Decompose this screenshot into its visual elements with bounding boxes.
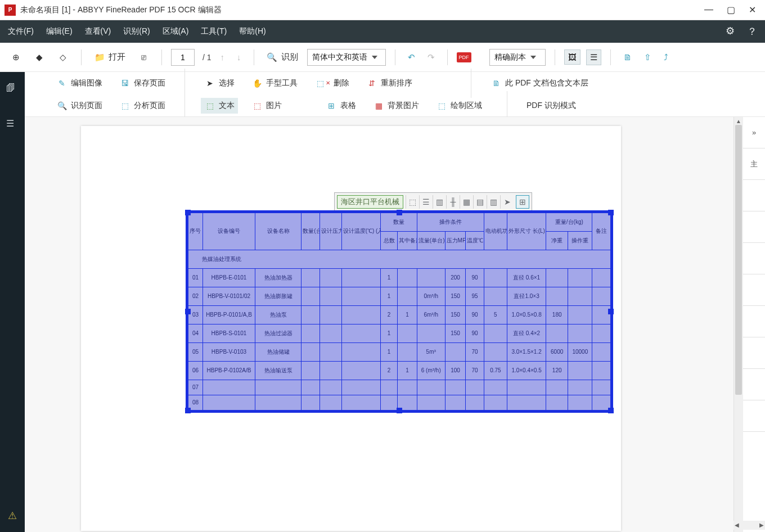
page-canvas[interactable]: 海区井口平台机械 ⬚ ☰ ▥ ╫ ▦ ▤ ▥ ➤ ⊞ bbox=[81, 126, 621, 531]
resize-handle[interactable] bbox=[397, 408, 402, 413]
page-down-button[interactable]: ↓ bbox=[233, 50, 245, 64]
chevron-down-icon bbox=[530, 56, 536, 59]
menu-edit[interactable]: 编辑(E) bbox=[46, 26, 73, 37]
menu-area[interactable]: 区域(A) bbox=[163, 26, 189, 37]
recognize-button[interactable]: 🔍识别 bbox=[263, 49, 302, 65]
table-cell bbox=[417, 268, 445, 287]
redo-button[interactable]: ↷ bbox=[424, 50, 438, 65]
bg-image-area-button[interactable]: ▦背景图片 bbox=[370, 98, 422, 114]
align-left-icon[interactable]: ⬚ bbox=[406, 195, 419, 209]
scroll-up-icon[interactable]: ▲ bbox=[735, 118, 742, 125]
resize-handle[interactable] bbox=[397, 210, 402, 215]
scrollbar-thumb[interactable] bbox=[735, 125, 742, 395]
language-combo[interactable]: 简体中文和英语 bbox=[307, 49, 386, 66]
table-cell bbox=[445, 380, 466, 395]
resize-handle[interactable] bbox=[185, 309, 191, 314]
text-area-button[interactable]: ⬚文本 bbox=[201, 98, 238, 114]
image-area-button[interactable]: ⬚图片 bbox=[248, 98, 285, 114]
scroll-right-icon[interactable]: ▶ bbox=[759, 522, 764, 528]
property-slot[interactable] bbox=[743, 369, 765, 400]
table-cell bbox=[592, 287, 611, 305]
menu-tools[interactable]: 工具(T) bbox=[201, 26, 227, 37]
undo-button[interactable]: ↶ bbox=[404, 50, 418, 65]
align-center-icon[interactable]: ☰ bbox=[419, 195, 433, 209]
property-slot[interactable] bbox=[743, 274, 765, 306]
edit-image-button[interactable]: ✎编辑图像 bbox=[53, 75, 106, 91]
grid-icon[interactable]: ⊞ bbox=[516, 195, 529, 209]
view-image-icon[interactable]: 🖼 bbox=[564, 49, 580, 65]
cell-icon[interactable]: ▤ bbox=[473, 195, 487, 209]
page-viewport[interactable]: 海区井口平台机械 ⬚ ☰ ▥ ╫ ▦ ▤ ▥ ➤ ⊞ bbox=[25, 117, 734, 532]
table-area-button[interactable]: ⊞表格 bbox=[322, 98, 359, 114]
pdf-mode-button[interactable]: PDF 识别模式 bbox=[523, 98, 585, 113]
property-slot[interactable] bbox=[743, 400, 765, 432]
table-cell bbox=[466, 395, 484, 410]
layers-up-icon[interactable]: ◆ bbox=[30, 49, 48, 65]
label: 手型工具 bbox=[266, 78, 298, 88]
settings-icon[interactable]: ⚙ bbox=[726, 25, 735, 38]
resize-handle[interactable] bbox=[185, 408, 191, 413]
property-slot[interactable]: 主 bbox=[743, 148, 765, 180]
table-cell bbox=[255, 380, 302, 395]
view-text-icon[interactable]: ☰ bbox=[586, 49, 601, 65]
draw-area-button[interactable]: ⬚绘制区域 bbox=[433, 98, 485, 114]
pdf-dropdown[interactable] bbox=[477, 55, 484, 60]
warning-icon[interactable]: ⚠ bbox=[8, 510, 17, 522]
resize-handle[interactable] bbox=[608, 309, 614, 314]
th: 设计压力MPa bbox=[320, 213, 341, 250]
property-slot[interactable] bbox=[743, 306, 765, 337]
vertical-scrollbar[interactable]: ▲ ▼ bbox=[734, 117, 743, 532]
resize-handle[interactable] bbox=[608, 408, 614, 413]
hand-tool-button[interactable]: ✋手型工具 bbox=[248, 75, 301, 91]
pdf-icon[interactable]: PDF bbox=[457, 52, 471, 62]
layers-down-icon[interactable]: ◇ bbox=[54, 49, 72, 65]
cell2-icon[interactable]: ▥ bbox=[487, 195, 500, 209]
delete-button[interactable]: ⬚✕删除 bbox=[311, 75, 353, 91]
minimize-button[interactable]: — bbox=[704, 4, 713, 15]
reorder-button[interactable]: ⇵重新排序 bbox=[363, 75, 416, 91]
table-cell: 90 bbox=[466, 305, 484, 324]
recognize-page-button[interactable]: 🔍识别页面 bbox=[53, 98, 106, 114]
chevron-down-icon bbox=[372, 56, 377, 59]
menu-recognize[interactable]: 识别(R) bbox=[123, 26, 150, 37]
menu-file[interactable]: 文件(F) bbox=[8, 26, 34, 37]
table-cell bbox=[320, 268, 341, 287]
export-up-icon[interactable]: ⇧ bbox=[641, 50, 655, 65]
table-selection-area[interactable]: 序号 设备编号 设备名称 数量(台) 设计压力MPa 设计温度(℃) (入伴/出… bbox=[186, 210, 613, 413]
new-button[interactable]: ⊕ bbox=[7, 49, 25, 65]
menu-view[interactable]: 查看(V) bbox=[85, 26, 111, 37]
table-cell: 150 bbox=[445, 305, 466, 324]
scroll-left-icon[interactable]: ◀ bbox=[735, 522, 739, 528]
merge-icon[interactable]: ▦ bbox=[460, 195, 473, 209]
page-number-input[interactable] bbox=[171, 49, 195, 66]
maximize-button[interactable]: ▢ bbox=[727, 4, 735, 15]
main-toolbar: ⊕ ◆ ◇ 📁打开 ⎚ / 1 ↑ ↓ 🔍识别 简体中文和英语 ↶ ↷ PDF … bbox=[0, 43, 765, 72]
table-cell: 热油加热器 bbox=[255, 268, 302, 287]
help-icon[interactable]: ？ bbox=[747, 25, 757, 38]
columns-icon[interactable]: ▥ bbox=[433, 195, 446, 209]
outline-panel-icon[interactable]: ☰ bbox=[6, 118, 19, 130]
split-icon[interactable]: ╫ bbox=[446, 195, 460, 209]
close-button[interactable]: ✕ bbox=[749, 4, 756, 15]
select-tool-button[interactable]: ➤选择 bbox=[201, 75, 238, 91]
page-up-button[interactable]: ↑ bbox=[217, 50, 228, 64]
pages-panel-icon[interactable]: 🗐 bbox=[6, 83, 19, 96]
property-slot[interactable] bbox=[743, 180, 765, 211]
scan-button[interactable]: ⎚ bbox=[134, 49, 152, 65]
menu-help[interactable]: 帮助(H) bbox=[239, 26, 266, 37]
property-slot[interactable] bbox=[743, 211, 765, 243]
resize-handle[interactable] bbox=[608, 210, 614, 215]
export-doc-icon[interactable]: 🗎 bbox=[620, 50, 635, 64]
pointer-icon[interactable]: ➤ bbox=[500, 195, 514, 209]
area-caption-input[interactable]: 海区井口平台机械 bbox=[337, 195, 403, 209]
property-slot[interactable]: » bbox=[743, 117, 765, 148]
property-slot[interactable] bbox=[743, 337, 765, 369]
save-page-button[interactable]: 🖫保存页面 bbox=[116, 75, 169, 91]
mode-combo[interactable]: 精确副本 bbox=[489, 49, 546, 66]
property-slot[interactable] bbox=[743, 243, 765, 274]
export-out-icon[interactable]: ⤴ bbox=[660, 50, 672, 64]
analyze-page-button[interactable]: ⬚分析页面 bbox=[116, 98, 169, 114]
open-button[interactable]: 📁打开 bbox=[91, 49, 129, 65]
resize-handle[interactable] bbox=[185, 210, 191, 215]
table-cell: 70 bbox=[466, 342, 484, 361]
